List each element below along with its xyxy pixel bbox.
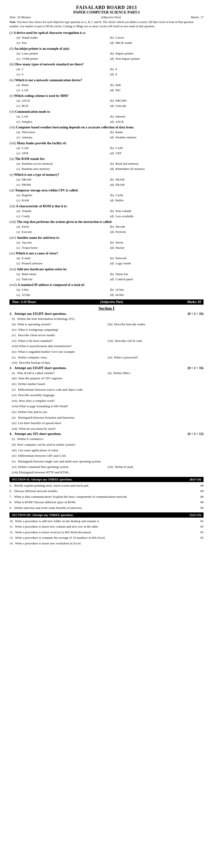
q3-sub-i: (i) Why RAM is called volatile? [12, 371, 108, 376]
opt-b: (b) 4 [110, 67, 204, 71]
opt-c: (c) Pen [16, 40, 110, 45]
q2-sub-questions: (i) Define the term information technolo… [12, 316, 204, 365]
opt-d: (d) Weather stations [110, 135, 204, 140]
section-i-title: Section I [9, 306, 204, 311]
options-ix: (a) Random access memory (b) Read and me… [16, 161, 204, 172]
q-text-iv: Which is not a network communication dev… [15, 79, 82, 82]
q2-sub-v: (v) Describe client server model. [12, 333, 204, 338]
q4-sub-vi-vii: (vi) Define command line operating syste… [12, 464, 204, 469]
q3-sub-ii: (ii) Define DMA. [108, 371, 204, 376]
opt-c: (c) Execute [16, 229, 110, 234]
q-num-vi: (vi) [9, 110, 14, 114]
sec2-q9-marks: 08 [201, 505, 204, 510]
q-num-v: (v) [9, 94, 13, 98]
q2-sub-iii: (iii) Describe barcode reader. [108, 322, 204, 327]
q3-sub-xi: (xi) List three benefits of spread sheet… [12, 421, 204, 426]
options-xiv: (a) Vaccine (b) Worm (c) Trojan horse (d… [16, 240, 204, 250]
options-vi: (a) LAN (b) Internet (c) Simplex (d) ASC… [16, 114, 204, 124]
options-i: (a) Wand reader (b) Cursor (c) Pen (d) M… [16, 35, 204, 45]
options-viii: (a) CAD (b) CAM (c) ATM (d) CBT [16, 146, 204, 156]
q2-sub-ii: (ii) What is operating system? [12, 322, 108, 327]
question-xvii: (xvii) A standard IP address is composed… [9, 282, 204, 298]
q4-sub-iii: (iii) List some applications of robot. [12, 448, 204, 453]
sec2-q7-text: 7. What is data communication? Explain t… [9, 494, 128, 499]
opt-d: (d) Less available [110, 214, 204, 219]
q2-sub-iv: (iv) What is workgroup computing? [12, 327, 204, 332]
options-xv: (a) E-mail (b) Network (c) Pirated softw… [16, 256, 204, 266]
q3-sub-iii: (iii) State the purpose of CPU registers… [12, 376, 204, 381]
opt-a: (a) 2 [16, 67, 110, 71]
q-text-vii: Computer based weather forecasting depen… [16, 126, 134, 129]
q-text-viii: Many banks provide the facility of: [17, 142, 67, 145]
options-x: (a) DRAM (b) SRAM (c) PROM (d) FRAM [16, 177, 204, 187]
opt-a: (a) Vaccine [16, 240, 110, 245]
section-ii-questions: 5. Briefly explain pointing stick, touch… [9, 483, 204, 510]
q4-block: 4. Attempt any SIX short questions. (6 ×… [9, 432, 204, 475]
opt-a: (a) Ruter [16, 83, 110, 87]
opt-c: (c) Simplex [16, 119, 110, 124]
q-num-xi: (xi) [9, 189, 14, 192]
opt-a: (a) Random access memory [16, 161, 110, 166]
q3-sub-vii: (vii) How does a compiler work? [12, 398, 204, 403]
opt-c: (c) ATM [16, 151, 110, 156]
sec3-q11: 11. Write a procedure to insert new colu… [9, 524, 204, 529]
opt-c: (c) 6 [16, 72, 110, 77]
sec2-q8: 8. What is ROM? Discuss different types … [9, 500, 204, 505]
opt-b: (b) Cache [110, 193, 204, 197]
q-num-xii: (xii) [9, 205, 15, 208]
q3-attempt-line: 3. Attempt any EIGHT short questions. (8… [9, 366, 204, 370]
q3-marks: (8 × 2 = 16) [188, 366, 204, 370]
opt-c: (c) 32 bits [16, 292, 110, 297]
q2-sub-xii: (xii) Describe backup of data. [12, 360, 204, 365]
q-text-xiii: The step that performs the actions given… [17, 220, 112, 224]
opt-a: (a) 4 bits [16, 287, 110, 292]
q3-block: 3. Attempt any EIGHT short questions. (8… [9, 366, 204, 431]
q3-sub-questions: (i) Why RAM is called volatile? (ii) Def… [12, 371, 204, 431]
question-vii: (vii) Computer based weather forecasting… [9, 125, 204, 140]
subj-type-label: (Subjective Part) [100, 300, 123, 304]
objective-questions: (i) A device used for optical character … [9, 30, 204, 298]
question-xiii: (xiii) The step that performs the action… [9, 219, 204, 235]
header: FAISALABD BOARD 2013 PAPER COMPUTER SCIE… [9, 5, 204, 14]
q-text-xiv: Another name for antivirus is: [17, 236, 60, 240]
q2-marks: (8 × 2 = 16) [188, 312, 204, 316]
opt-c: (c) BCD [16, 103, 110, 108]
opt-b: (b) Cursor [110, 35, 204, 40]
opt-a: (a) Volatile [16, 209, 110, 213]
opt-d: (d) 64 bits [110, 292, 204, 297]
q2-sub-vi: (vi) What is De facto standard? [12, 338, 108, 343]
sec2-q5: 5. Briefly explain pointing stick, touch… [9, 483, 204, 488]
opt-b: (b) Internet [110, 114, 204, 119]
q-num-xv: (xv) [9, 252, 15, 255]
q-text-ii: An inkjet printer is an example of a(n): [14, 47, 70, 51]
note-bold: Note: [9, 20, 16, 24]
sec3-q12-text: 12. Write a procedure to insert word art… [9, 530, 92, 535]
q3-sub-xii: (xii) What do you mean by stack? [12, 426, 204, 431]
sec3-q10-text: 10. Write a procedure to add new folder … [9, 519, 100, 524]
question-xi: (xi) Temporay storage area within CPU is… [9, 188, 204, 203]
opt-a: (a) Fetch [16, 224, 110, 229]
opt-b: (b) Decode [110, 224, 204, 229]
opt-d: (d) Unicode [110, 103, 204, 108]
sec3-q10: 10. Write a procedure to add new folder … [9, 519, 204, 524]
question-iii: (iii) How many types of network standard… [9, 62, 204, 77]
opt-d: (d) NIC [110, 88, 204, 93]
q-num-xiii: (xiii) [9, 220, 16, 224]
sec3-q13-text: 13. Write a procedure to compute the ave… [9, 535, 106, 540]
q3-sub-i-ii: (i) Why RAM is called volatile? (ii) Def… [12, 371, 204, 376]
question-xiv: (xiv) Another name for antivirus is: (a)… [9, 235, 204, 250]
opt-b: (b) Impact printer [110, 51, 204, 56]
opt-a: (a) Laser printer [16, 51, 110, 56]
options-vii: (a) Television (b) Radar (c) Antenna (d)… [16, 130, 204, 140]
q-text-v: Which coding scheme is used by IBM? [14, 94, 69, 98]
q3-sub-iv: (iv) Define mother board. [12, 381, 204, 386]
opt-b: (b) Worm [110, 240, 204, 245]
sec2-q7-marks: 08 [201, 494, 204, 499]
q-text-x: Which is not a type of memory? [14, 173, 60, 177]
section-iii-label: SECTION-III: Attempt any THREE questions… [12, 513, 74, 517]
sec2-q9-text: 9. Define antivirus and write some benef… [9, 505, 82, 510]
sec3-q14: 14. Write a procedure to insert new work… [9, 541, 204, 546]
question-x: (x) Which is not a type of memory? (a) D… [9, 172, 204, 187]
q4-sub-v: (v) Distinguish between single user and … [12, 459, 204, 464]
opt-c: (c) Task bar [16, 277, 110, 282]
